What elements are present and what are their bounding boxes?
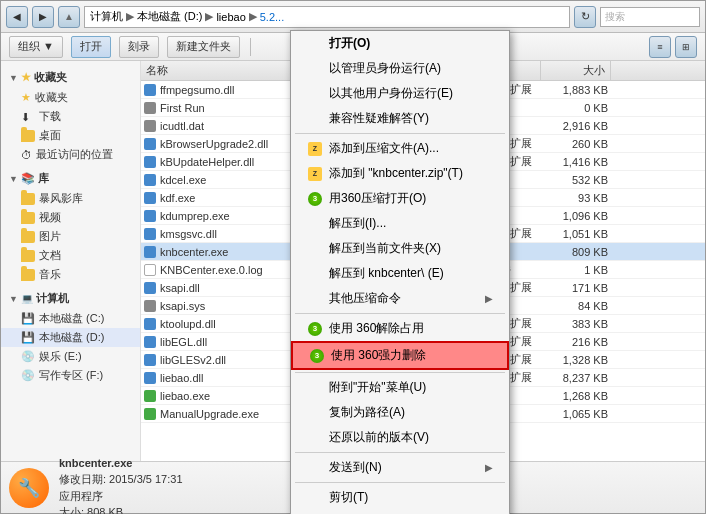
file-name-8: kmsgsvc.dll	[160, 228, 217, 240]
ctx-label: 发送到(N)	[329, 459, 382, 476]
toolbar-separator	[250, 38, 251, 56]
path-drive: 本地磁盘 (D:)	[137, 9, 202, 24]
ctx-label: 添加到压缩文件(A)...	[329, 140, 439, 157]
ctx-item-22[interactable]: 剪切(T)	[291, 485, 509, 510]
ctx-item-0[interactable]: 打开(O)	[291, 31, 509, 56]
file-name-2: icudtl.dat	[160, 120, 204, 132]
ctx-item-3[interactable]: 兼容性疑难解答(Y)	[291, 106, 509, 131]
file-name-11: ksapi.dll	[160, 282, 200, 294]
address-bar: ◀ ▶ ▲ 计算机 ▶ 本地磁盘 (D:) ▶ liebao ▶ 5.2... …	[1, 1, 705, 33]
sidebar-item-pictures[interactable]: 图片	[1, 227, 140, 246]
ctx-item-20[interactable]: 发送到(N)▶	[291, 455, 509, 480]
sidebar-item-drive-e[interactable]: 💿 娱乐 (E:)	[1, 347, 140, 366]
computer-section: ▼ 💻 计算机 💾 本地磁盘 (C:) 💾 本地磁盘 (D:) 💿 娱乐 (E:…	[1, 288, 140, 385]
ctx-item-1[interactable]: 以管理员身份运行(A)	[291, 56, 509, 81]
ctx-item-17[interactable]: 复制为路径(A)	[291, 400, 509, 425]
sidebar-item-downloads-label: 下载	[39, 109, 61, 124]
ctx-item-8[interactable]: 解压到(I)...	[291, 211, 509, 236]
sidebar-item-music[interactable]: 音乐	[1, 265, 140, 284]
ctx-item-10[interactable]: 解压到 knbcenter\ (E)	[291, 261, 509, 286]
context-menu[interactable]: 打开(O)以管理员身份运行(A)以其他用户身份运行(E)兼容性疑难解答(Y)Z添…	[290, 30, 510, 514]
library-header[interactable]: ▼ 📚 库	[1, 168, 140, 189]
ctx-item-9[interactable]: 解压到当前文件夹(X)	[291, 236, 509, 261]
ctx-item-14[interactable]: 3使用 360强力删除	[291, 341, 509, 370]
sidebar-item-desktop[interactable]: 桌面	[1, 126, 140, 145]
sidebar-item-recent-label: 最近访问的位置	[36, 147, 113, 162]
file-icon-17	[143, 389, 157, 403]
file-size-14: 216 KB	[543, 336, 613, 348]
new-folder-button[interactable]: 新建文件夹	[167, 36, 240, 58]
file-size-12: 84 KB	[543, 300, 613, 312]
open-button[interactable]: 打开	[71, 36, 111, 58]
ctx-icon: Z	[307, 166, 323, 182]
sidebar-item-drive-f[interactable]: 💿 写作专区 (F:)	[1, 366, 140, 385]
library-icon: 📚	[21, 172, 35, 185]
sidebar-item-docs-label: 文档	[39, 248, 61, 263]
ctx-item-5[interactable]: Z添加到压缩文件(A)...	[291, 136, 509, 161]
ctx-icon	[307, 36, 323, 52]
organize-button[interactable]: 组织 ▼	[9, 36, 63, 58]
favorites-header[interactable]: ▼ ★ 收藏夹	[1, 67, 140, 88]
computer-label: 计算机	[36, 291, 69, 306]
up-button[interactable]: ▲	[58, 6, 80, 28]
back-button[interactable]: ◀	[6, 6, 28, 28]
favorites-star-icon: ★	[21, 71, 31, 84]
exe-icon	[144, 174, 156, 186]
desktop-folder-icon	[21, 130, 35, 142]
ctx-icon	[307, 291, 323, 307]
computer-arrow: ▼	[9, 294, 18, 304]
view-toggle-2[interactable]: ⊞	[675, 36, 697, 58]
exe-icon: 🔧	[18, 477, 40, 499]
ctx-item-7[interactable]: 3用360压缩打开(O)	[291, 186, 509, 211]
file-icon-4	[143, 155, 157, 169]
refresh-button[interactable]: ↻	[574, 6, 596, 28]
drive-f-icon: 💿	[21, 369, 35, 382]
ctx-label: 还原以前的版本(V)	[329, 429, 429, 446]
file-name-3: kBrowserUpgrade2.dll	[160, 138, 268, 150]
sidebar-item-media[interactable]: 暴风影库	[1, 189, 140, 208]
file-size-11: 171 KB	[543, 282, 613, 294]
file-size-10: 1 KB	[543, 264, 613, 276]
ctx-item-6[interactable]: Z添加到 "knbcenter.zip"(T)	[291, 161, 509, 186]
ctx-item-13[interactable]: 3使用 360解除占用	[291, 316, 509, 341]
ctx-label: 打开(O)	[329, 35, 370, 52]
ctx-label: 附到"开始"菜单(U)	[329, 379, 426, 396]
favorites-arrow: ▼	[9, 73, 18, 83]
sidebar-item-drive-d[interactable]: 💾 本地磁盘 (D:)	[1, 328, 140, 347]
dll-icon	[144, 138, 156, 150]
status-size: 大小: 808 KB	[59, 504, 183, 514]
file-size-1: 0 KB	[543, 102, 613, 114]
ctx-item-23[interactable]: 复制(C)	[291, 510, 509, 514]
exe-icon	[144, 408, 156, 420]
file-icon-8	[143, 227, 157, 241]
engrave-button[interactable]: 刻录	[119, 36, 159, 58]
file-size-15: 1,328 KB	[543, 354, 613, 366]
sidebar-item-favorites[interactable]: ★ 收藏夹	[1, 88, 140, 107]
file-name-4: kBUpdateHelper.dll	[160, 156, 254, 168]
ctx-item-16[interactable]: 附到"开始"菜单(U)	[291, 375, 509, 400]
ctx-item-18[interactable]: 还原以前的版本(V)	[291, 425, 509, 450]
view-toggle-1[interactable]: ≡	[649, 36, 671, 58]
computer-icon: 💻	[21, 293, 33, 304]
file-size-16: 8,237 KB	[543, 372, 613, 384]
ctx-item-11[interactable]: 其他压缩命令▶	[291, 286, 509, 311]
sidebar-item-recent[interactable]: ⏱ 最近访问的位置	[1, 145, 140, 164]
ctx-label: 兼容性疑难解答(Y)	[329, 110, 429, 127]
ctx-item-2[interactable]: 以其他用户身份运行(E)	[291, 81, 509, 106]
file-icon-15	[143, 353, 157, 367]
file-size-3: 260 KB	[543, 138, 613, 150]
ctx-separator	[295, 482, 505, 483]
sidebar-item-downloads[interactable]: ⬇ 下载	[1, 107, 140, 126]
address-path[interactable]: 计算机 ▶ 本地磁盘 (D:) ▶ liebao ▶ 5.2...	[84, 6, 570, 28]
forward-button[interactable]: ▶	[32, 6, 54, 28]
sidebar-item-video[interactable]: 视频	[1, 208, 140, 227]
computer-header[interactable]: ▼ 💻 计算机	[1, 288, 140, 309]
sidebar-item-drive-c[interactable]: 💾 本地磁盘 (C:)	[1, 309, 140, 328]
search-input[interactable]: 搜索	[600, 7, 700, 27]
file-icon-5	[143, 173, 157, 187]
file-icon-9	[143, 245, 157, 259]
col-size-header[interactable]: 大小	[541, 61, 611, 80]
file-icon-10	[143, 263, 157, 277]
path-computer: 计算机	[90, 9, 123, 24]
sidebar-item-docs[interactable]: 文档	[1, 246, 140, 265]
